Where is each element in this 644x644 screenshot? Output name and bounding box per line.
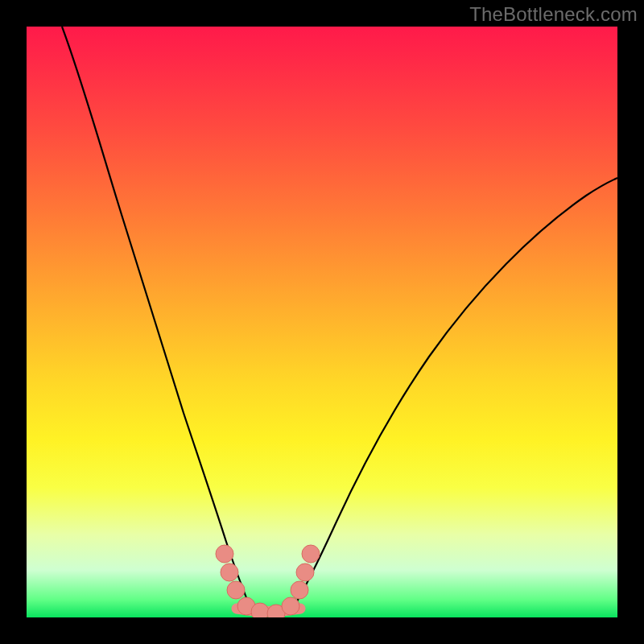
series-left-curve [62, 27, 251, 609]
chart-frame: TheBottleneck.com [0, 0, 644, 644]
svg-point-4 [251, 603, 269, 617]
plot-area [27, 27, 617, 617]
watermark-text: TheBottleneck.com [469, 3, 638, 26]
svg-point-9 [302, 545, 320, 563]
svg-point-8 [296, 564, 314, 581]
series-right-curve [292, 178, 617, 609]
svg-point-2 [227, 581, 245, 599]
svg-point-1 [221, 564, 238, 581]
svg-point-0 [216, 545, 233, 563]
svg-point-7 [291, 581, 308, 599]
chart-curves [27, 27, 617, 617]
svg-point-6 [282, 597, 299, 615]
